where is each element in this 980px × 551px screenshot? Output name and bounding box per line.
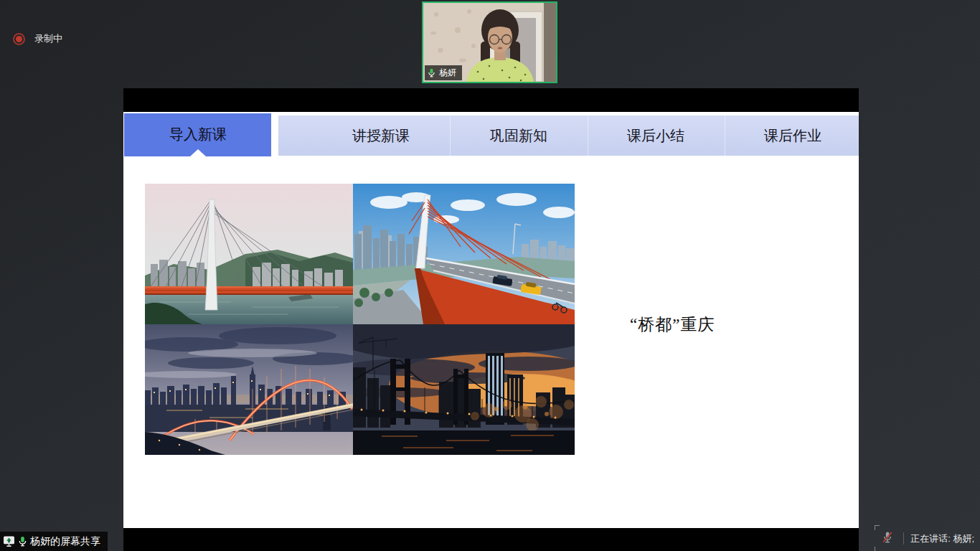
screen-share-badge: 杨妍的屏幕共享 — [0, 532, 108, 551]
slide-photo-2 — [353, 184, 575, 324]
slide-photo-1 — [145, 184, 353, 324]
mic-muted-icon — [881, 531, 894, 544]
speaking-status: 正在讲话: 杨妍; — [878, 529, 974, 548]
tab-label-3[interactable]: 巩固新知 — [490, 126, 547, 146]
meeting-app-window: 录制中 — [0, 0, 980, 551]
screen-share-label: 杨妍的屏幕共享 — [30, 535, 100, 548]
slide-caption: “桥都”重庆 — [630, 314, 715, 336]
mic-active-icon — [427, 68, 436, 77]
mic-muted-wrap — [878, 529, 897, 548]
letterbox-top — [123, 88, 859, 112]
tab-label-2[interactable]: 讲授新课 — [352, 126, 410, 146]
tab-label-1[interactable]: 导入新课 — [169, 125, 227, 144]
speaking-label: 正在讲话: 杨妍; — [910, 532, 974, 545]
letterbox-bottom — [123, 528, 859, 551]
slide-photo-4 — [353, 324, 575, 455]
status-divider — [903, 532, 904, 545]
tab-separator — [588, 116, 588, 156]
bridge-photo-collage — [145, 184, 575, 455]
mic-active-icon — [17, 536, 28, 547]
recording-label: 录制中 — [34, 32, 62, 45]
recording-indicator: 录制中 — [13, 32, 62, 45]
tab-label-5[interactable]: 课后作业 — [764, 126, 821, 146]
tab-label-4[interactable]: 课后小结 — [627, 126, 684, 146]
shared-slide: 导入新课 讲授新课 巩固新知 课后小结 课后作业 — [123, 112, 859, 528]
webcam-nametag: 杨妍 — [425, 65, 462, 80]
tab-separator — [725, 116, 725, 156]
slide-tab-bar: 导入新课 讲授新课 巩固新知 课后小结 课后作业 — [123, 112, 859, 156]
tab-separator — [450, 116, 451, 156]
webcam-name-label: 杨妍 — [439, 67, 456, 79]
recording-icon — [13, 33, 25, 45]
webcam-thumbnail[interactable]: 杨妍 — [422, 1, 557, 83]
screen-share-icon — [3, 535, 15, 547]
slide-photo-3 — [145, 324, 353, 455]
